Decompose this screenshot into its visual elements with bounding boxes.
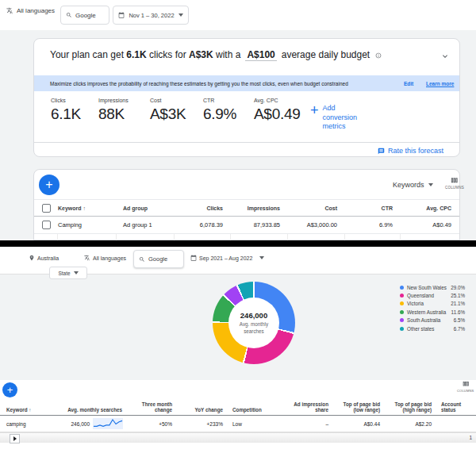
sparkline-path — [94, 420, 122, 426]
legend-value: 11.6% — [451, 309, 465, 315]
col-header-cost[interactable]: Cost — [288, 199, 345, 217]
language-filter[interactable]: All languages — [6, 7, 55, 14]
headline-clicks: 6.1K — [126, 49, 146, 60]
col-header-keyword[interactable]: Keyword ↑ — [58, 199, 117, 217]
header-label: CTR — [382, 205, 393, 211]
collapse-chevron-icon[interactable] — [440, 52, 450, 61]
forecast-card: Your plan can get 6.1K clicks for A$3K w… — [33, 38, 460, 157]
cell-account-status — [438, 416, 476, 432]
header-label: Impressions — [248, 205, 280, 211]
metric-clicks: Clicks 6.1K — [51, 98, 81, 123]
select-all-checkbox[interactable] — [42, 204, 51, 213]
sort-arrow-icon: ↑ — [83, 205, 86, 211]
headline-text: Your plan can get — [50, 49, 126, 60]
cell-cost: A$3,000.00 — [288, 217, 345, 234]
row-checkbox[interactable] — [42, 221, 51, 229]
legend-dot — [400, 327, 404, 331]
keyword-ideas-table: Keyword ↑ Avg. monthly searches Three mo… — [0, 399, 476, 432]
cell-yoy-change: +233% — [178, 416, 229, 432]
col-header-clicks[interactable]: Clicks — [175, 199, 231, 217]
col-header-competition[interactable]: Competition — [229, 399, 279, 416]
col-header-ctr[interactable]: CTR — [345, 199, 401, 217]
view-selector[interactable]: Keywords — [393, 181, 433, 189]
date-range-selector[interactable]: Sep 2021 – Aug 2022 — [190, 255, 264, 261]
col-header-yoy-change[interactable]: YoY change — [178, 399, 229, 416]
avg-monthly-searches-value: 246,000 — [71, 421, 90, 427]
col-header-keyword[interactable]: Keyword ↑ — [0, 399, 60, 416]
col-header-account-status[interactable]: Account status — [438, 399, 476, 416]
calendar-icon — [190, 255, 197, 261]
keyword-planner-screen: All languages Google Nov 1 – 30, 2022 Yo… — [0, 0, 476, 476]
legend-item: South Australia6.5% — [400, 317, 465, 324]
caret-down-icon — [178, 13, 183, 17]
metric-label: Cost — [150, 98, 186, 103]
empty-cell — [58, 234, 117, 240]
keywords-table: Keyword ↑ Ad group Clicks Impressions Co… — [34, 199, 459, 240]
forecast-background: Your plan can get 6.1K clicks for A$3K w… — [0, 30, 476, 240]
caret-down-icon — [428, 183, 433, 186]
legend-dot — [400, 318, 404, 322]
trend-sparkline — [93, 418, 123, 429]
chart-legend: New South Wales29.0% Queensland25.1% Vic… — [400, 283, 465, 332]
header-label: Cost — [324, 205, 337, 211]
add-keyword-button[interactable]: + — [39, 175, 60, 195]
metric-label: Impressions — [98, 98, 129, 103]
breakdown-selector[interactable]: State — [49, 267, 87, 279]
info-icon[interactable] — [375, 52, 382, 59]
header-label: Competition — [232, 407, 262, 413]
rate-forecast-button[interactable]: Rate this forecast — [378, 147, 443, 155]
drawer-expander[interactable] — [10, 434, 20, 443]
network-selector[interactable]: Google — [60, 6, 109, 25]
col-header-impressions[interactable]: Impressions — [231, 199, 288, 217]
columns-button[interactable]: COLUMNS — [445, 176, 464, 190]
row-select-cell — [34, 217, 58, 234]
legend-item: Queensland25.1% — [400, 291, 465, 299]
empty-cell — [117, 234, 175, 240]
headline-text: clicks for — [147, 49, 189, 60]
plus-icon: + — [310, 104, 319, 117]
col-header-ad-group[interactable]: Ad group — [117, 199, 175, 217]
metric-value: 6.9% — [203, 106, 236, 123]
legend-value: 29.0% — [451, 285, 465, 290]
columns-icon — [462, 380, 470, 388]
col-header-top-bid-low[interactable]: Top of page bid (low range) — [335, 399, 386, 416]
add-keywords-button[interactable]: + — [2, 382, 17, 397]
col-header-avg-monthly-searches[interactable]: Avg. monthly searches — [60, 399, 129, 416]
edit-link[interactable]: Edit — [404, 81, 413, 86]
donut-center: 246,000 Avg. monthly searches — [228, 298, 279, 348]
search-icon — [139, 256, 145, 263]
feedback-icon — [378, 148, 385, 155]
legend-item: Victoria21.1% — [400, 300, 465, 308]
forecast-headline: Your plan can get 6.1K clicks for A$3K w… — [50, 49, 382, 60]
legend-dot — [400, 310, 404, 314]
metric-label: CTR — [203, 98, 236, 103]
empty-cell — [288, 234, 345, 240]
col-header-top-bid-high[interactable]: Top of page bid (high range) — [386, 399, 438, 416]
budget-edit-chip[interactable]: A$100 — [245, 49, 276, 61]
legend-value: 6.7% — [454, 326, 465, 332]
columns-label: COLUMNS — [457, 389, 474, 393]
header-label: Keyword — [6, 407, 28, 413]
col-header-avg-cpc[interactable]: Avg. CPC — [401, 199, 459, 217]
legend-label: Queensland — [407, 293, 434, 298]
maximize-clicks-banner: Maximize clicks improves the probability… — [34, 75, 459, 91]
language-filter-label: All languages — [17, 7, 55, 14]
panel-separator — [0, 240, 476, 247]
donut-center-label: Avg. monthly searches — [236, 321, 272, 334]
col-header-ad-impression-share[interactable]: Ad impression share — [279, 399, 335, 416]
network-selector[interactable]: Google — [133, 250, 184, 268]
add-conversion-metrics-button[interactable]: + Add conversion metrics — [310, 104, 372, 132]
language-filter[interactable]: All languages — [84, 255, 126, 261]
columns-button[interactable]: COLUMNS — [457, 380, 474, 393]
search-icon — [66, 12, 72, 18]
date-range-selector[interactable]: Nov 1 – 30, 2022 — [113, 6, 189, 25]
header-label: Avg. monthly searches — [67, 407, 122, 413]
metric-label: Clicks — [51, 98, 81, 103]
metric-value: A$3K — [150, 106, 186, 123]
col-header-three-month-change[interactable]: Three month change — [129, 399, 178, 416]
top-toolbar: All languages Google Nov 1 – 30, 2022 — [0, 0, 476, 31]
learn-more-link[interactable]: Learn more — [426, 81, 454, 86]
location-filter[interactable]: Australia — [29, 255, 59, 261]
keyword-ideas-panel: Australia All languages Google Sep 2021 … — [0, 247, 476, 476]
cell-avg-cpc: A$0.49 — [401, 217, 459, 234]
